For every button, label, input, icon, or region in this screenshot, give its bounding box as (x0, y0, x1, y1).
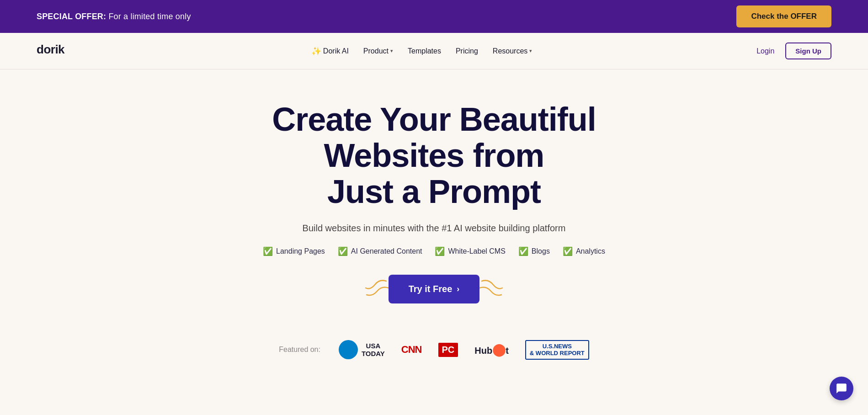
hubspot-logo: Hub⬤t (474, 343, 509, 357)
cnn-text: CNN (401, 344, 422, 355)
sparkle-icon: ✨ (311, 46, 321, 56)
usa-today-logo: USATODAY (339, 340, 385, 359)
featured-section: Featured on: USATODAY CNN PC Hub⬤t U.S.N… (18, 331, 850, 369)
feature-label-3: White-Label CMS (448, 247, 505, 255)
hubspot-text: Hub (474, 346, 492, 356)
check-icon-3: ✅ (435, 246, 445, 256)
nav-dorik-ai-label: Dorik AI (323, 47, 349, 55)
nav-center: ✨ Dorik AI Product ▾ Templates Pricing R… (311, 46, 532, 56)
hubspot-dot: ⬤ (492, 343, 506, 356)
feature-label-2: AI Generated Content (351, 247, 422, 255)
usnews-logo: U.S.NEWS& WORLD REPORT (525, 340, 589, 360)
hero-subtitle: Build websites in minutes with the #1 AI… (18, 223, 850, 234)
top-banner: SPECIAL OFFER: For a limited time only C… (0, 0, 868, 33)
special-offer-text: For a limited time only (106, 12, 191, 21)
nav-templates[interactable]: Templates (408, 47, 441, 55)
pc-text: PC (442, 345, 455, 355)
svg-text:dorik: dorik (37, 43, 65, 56)
nav-right: Login Sign Up (756, 43, 831, 59)
featured-logos: USATODAY CNN PC Hub⬤t U.S.NEWS& WORLD RE… (339, 340, 589, 360)
check-icon-2: ✅ (338, 246, 348, 256)
feature-label-4: Blogs (532, 247, 550, 255)
feature-blogs: ✅ Blogs (518, 246, 550, 256)
feature-label-5: Analytics (576, 247, 605, 255)
hero-section: Create Your Beautiful Websites from Just… (0, 69, 868, 392)
check-icon-1: ✅ (263, 246, 273, 256)
dorik-logo-svg: dorik (37, 41, 87, 58)
feature-analytics: ✅ Analytics (563, 246, 605, 256)
nav-templates-label: Templates (408, 47, 441, 55)
logo[interactable]: dorik (37, 41, 87, 61)
try-free-label: Try it Free (409, 284, 453, 294)
navbar: dorik ✨ Dorik AI Product ▾ Templates Pri… (0, 33, 868, 69)
chat-icon (836, 383, 847, 392)
logo-text: dorik (37, 47, 87, 60)
hero-title: Create Your Beautiful Websites from Just… (229, 101, 640, 210)
nav-resources-label: Resources (493, 47, 527, 55)
nav-product-label: Product (363, 47, 389, 55)
nav-pricing-label: Pricing (456, 47, 478, 55)
cnn-logo: CNN (401, 344, 422, 356)
features-list: ✅ Landing Pages ✅ AI Generated Content ✅… (18, 246, 850, 256)
login-button[interactable]: Login (756, 47, 774, 55)
nav-resources[interactable]: Resources ▾ (493, 47, 532, 55)
squiggle-right-decoration (475, 277, 507, 301)
hero-title-line1: Create Your Beautiful Websites from (272, 101, 596, 174)
check-icon-4: ✅ (518, 246, 528, 256)
feature-ai-content: ✅ AI Generated Content (338, 246, 422, 256)
cta-area: Try it Free › (18, 275, 850, 303)
signup-button[interactable]: Sign Up (785, 43, 831, 59)
usa-today-text: USATODAY (362, 342, 385, 357)
chevron-down-icon-2: ▾ (529, 48, 532, 54)
usnews-text: U.S.NEWS& WORLD REPORT (530, 343, 585, 357)
usa-today-circle (339, 340, 358, 359)
featured-label: Featured on: (279, 346, 320, 354)
nav-pricing[interactable]: Pricing (456, 47, 478, 55)
feature-white-label: ✅ White-Label CMS (435, 246, 505, 256)
check-icon-5: ✅ (563, 246, 573, 256)
try-it-free-button[interactable]: Try it Free › (389, 275, 480, 303)
hero-title-line2: Just a Prompt (327, 173, 541, 210)
check-offer-button[interactable]: Check the OFFER (736, 5, 831, 27)
feature-landing-pages: ✅ Landing Pages (263, 246, 325, 256)
special-offer-label: SPECIAL OFFER: (37, 12, 106, 21)
feature-label-1: Landing Pages (276, 247, 325, 255)
arrow-icon: › (457, 284, 459, 294)
banner-text: SPECIAL OFFER: For a limited time only (37, 12, 191, 21)
chevron-down-icon: ▾ (390, 48, 393, 54)
pc-logo: PC (438, 343, 458, 357)
hubspot-text2: t (506, 346, 509, 356)
nav-product[interactable]: Product ▾ (363, 47, 393, 55)
nav-dorik-ai[interactable]: ✨ Dorik AI (311, 46, 349, 56)
